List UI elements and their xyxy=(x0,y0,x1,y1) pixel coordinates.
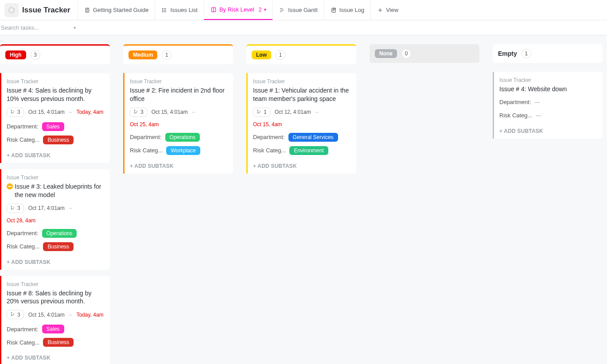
field-label: Risk Categ... xyxy=(7,243,39,250)
risk-category-field[interactable]: Risk Categ...Business xyxy=(7,338,105,347)
chevron-down-icon[interactable]: ▾ xyxy=(74,25,76,30)
card-title: Issue # 1: Vehicular accident in the tea… xyxy=(253,86,351,103)
start-date[interactable]: Oct 15, 4:01am xyxy=(28,109,65,115)
department-field[interactable]: Department:Sales xyxy=(7,122,105,131)
subtask-count[interactable]: 3 xyxy=(7,204,24,213)
start-date[interactable]: Oct 17, 4:01am xyxy=(28,205,65,211)
department-field[interactable]: Department:Sales xyxy=(7,325,105,333)
card-title: Issue # 4: Website down xyxy=(499,85,597,93)
task-card[interactable]: Issue TrackerIssue # 4: Sales is declini… xyxy=(0,73,110,163)
column-header[interactable]: Medium1 xyxy=(123,44,233,64)
department-field[interactable]: Department:Operations xyxy=(130,133,228,142)
tab-label: Issues List xyxy=(170,7,197,13)
risk-category-field[interactable]: Risk Categ...Business xyxy=(7,242,105,251)
column-header[interactable]: Low1 xyxy=(246,44,356,64)
card-title: Issue # 8: Sales is declining by 20% ver… xyxy=(7,289,105,306)
field-label: Risk Categ... xyxy=(499,112,532,119)
card-meta: 1Oct 12, 4:01am–Oct 15, 4am xyxy=(253,108,351,128)
space-title[interactable]: Issue Tracker xyxy=(22,6,78,15)
department-field[interactable]: Department:Operations xyxy=(7,229,105,238)
search-input[interactable] xyxy=(0,24,71,31)
task-card[interactable]: Issue TrackerIssue # 2: Fire incident in… xyxy=(123,73,233,174)
tab-gantt[interactable]: Issue Gantt xyxy=(272,0,323,20)
start-date[interactable]: Oct 15, 4:01am xyxy=(152,109,188,115)
column-empty: Empty1Issue TrackerIssue # 4: Website do… xyxy=(493,44,603,364)
column-header[interactable]: High3 xyxy=(0,44,110,64)
card-title-text: Issue # 3: Leaked blueprints for the new… xyxy=(15,182,105,199)
card-title: Issue # 3: Leaked blueprints for the new… xyxy=(7,182,105,199)
svg-point-15 xyxy=(257,110,258,111)
due-date[interactable]: Today, 4am xyxy=(76,312,103,318)
dashed-circle-icon xyxy=(8,6,16,14)
subtask-count-value: 1 xyxy=(264,109,267,115)
subtask-count-value: 3 xyxy=(17,205,20,211)
risk-category-field[interactable]: Risk Categ...— xyxy=(499,111,597,120)
column-count: 1 xyxy=(162,50,171,60)
tab-label: By Risk Level xyxy=(219,6,254,13)
add-subtask-button[interactable]: + ADD SUBTASK xyxy=(248,159,356,174)
tab-label: Getting Started Guide xyxy=(93,7,149,13)
tab-list[interactable]: Issues List xyxy=(155,0,203,20)
task-card[interactable]: Issue TrackerIssue # 8: Sales is declini… xyxy=(0,276,110,364)
subtask-icon xyxy=(257,109,262,116)
card-breadcrumb: Issue Tracker xyxy=(130,78,228,85)
add-subtask-button[interactable]: + ADD SUBTASK xyxy=(494,124,603,139)
department-field[interactable]: Department:General Services xyxy=(253,133,351,142)
svg-point-9 xyxy=(11,206,12,207)
subtask-count[interactable]: 3 xyxy=(130,108,147,117)
card-title-text: Issue # 1: Vehicular accident in the tea… xyxy=(253,86,351,103)
column-header[interactable]: None0 xyxy=(370,44,479,63)
column-count: 1 xyxy=(276,50,285,60)
risk-category-tag: Business xyxy=(43,242,74,251)
tab-byrisk[interactable]: By Risk Level2▾ xyxy=(204,0,272,20)
task-card[interactable]: Issue TrackerIssue # 4: Website downDepa… xyxy=(493,72,603,139)
subtask-icon xyxy=(10,205,16,212)
task-card[interactable]: Issue TrackerIssue # 3: Leaked blueprint… xyxy=(0,169,110,270)
due-date[interactable]: Oct 15, 4am xyxy=(253,121,282,128)
start-date[interactable]: Oct 12, 4:01am xyxy=(275,109,311,115)
subtask-count[interactable]: 3 xyxy=(7,108,24,117)
field-label: Department: xyxy=(7,230,39,236)
subtask-count[interactable]: 1 xyxy=(253,108,270,117)
column-header[interactable]: Empty1 xyxy=(493,44,603,63)
field-label: Department: xyxy=(7,123,39,130)
risk-category-field[interactable]: Risk Categ...Workplace xyxy=(130,146,228,155)
tab-addview[interactable]: View xyxy=(370,0,405,20)
svg-point-10 xyxy=(11,209,12,209)
view-tabs: Getting Started GuideIssues ListBy Risk … xyxy=(78,0,405,20)
risk-category-field[interactable]: Risk Categ...Environment xyxy=(253,146,351,155)
column-count: 1 xyxy=(521,49,531,58)
subtask-count[interactable]: 3 xyxy=(7,310,24,319)
risk-category-tag: Business xyxy=(43,338,74,347)
start-date[interactable]: Oct 15, 4:01am xyxy=(28,312,65,318)
tab-label: Issue Gantt xyxy=(288,7,317,13)
date-separator: – xyxy=(69,205,72,211)
card-breadcrumb: Issue Tracker xyxy=(7,174,105,181)
due-date[interactable]: Today, 4am xyxy=(76,109,103,115)
column-medium: Medium1Issue TrackerIssue # 2: Fire inci… xyxy=(123,44,233,364)
search-bar: ▾ xyxy=(0,20,607,35)
tab-guide[interactable]: Getting Started Guide xyxy=(78,0,155,20)
card-title-text: Issue # 8: Sales is declining by 20% ver… xyxy=(7,289,105,306)
svg-point-8 xyxy=(11,112,12,113)
department-tag: Operations xyxy=(42,229,77,238)
due-date[interactable]: Oct 28, 4am xyxy=(7,217,35,224)
space-avatar[interactable] xyxy=(4,3,19,17)
department-field[interactable]: Department:— xyxy=(499,98,597,107)
svg-point-2 xyxy=(163,8,163,8)
due-date[interactable]: Oct 25, 4am xyxy=(130,121,159,128)
field-label: Risk Categ... xyxy=(253,147,286,154)
column-label: None xyxy=(375,49,397,58)
tab-ilog[interactable]: Issue Log xyxy=(324,0,370,20)
add-subtask-button[interactable]: + ADD SUBTASK xyxy=(1,149,110,163)
date-separator: – xyxy=(69,312,72,318)
subtask-icon xyxy=(10,311,16,318)
add-subtask-button[interactable]: + ADD SUBTASK xyxy=(1,351,110,364)
add-subtask-button[interactable]: + ADD SUBTASK xyxy=(1,256,110,270)
task-card[interactable]: Issue TrackerIssue # 1: Vehicular accide… xyxy=(246,73,356,174)
risk-category-field[interactable]: Risk Categ...Business xyxy=(7,136,105,144)
date-separator: – xyxy=(315,109,319,115)
add-subtask-button[interactable]: + ADD SUBTASK xyxy=(125,159,233,174)
doc-icon xyxy=(84,7,90,13)
svg-point-13 xyxy=(134,110,135,111)
